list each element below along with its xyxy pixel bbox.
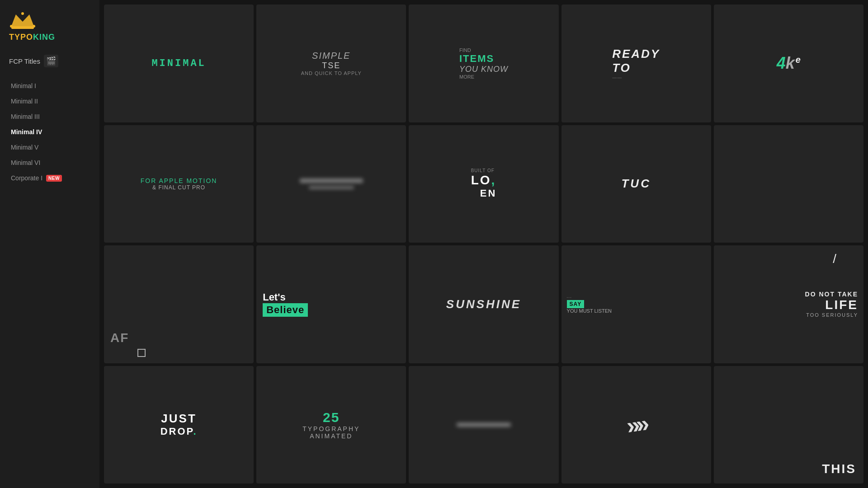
animated-text: ANIMATED	[310, 432, 353, 440]
small-box	[137, 349, 146, 357]
sidebar-item-label: Minimal III	[11, 113, 40, 120]
apple-line2: & FINAL CUT PRO	[141, 184, 217, 191]
sidebar-item-label: Corporate I	[11, 174, 42, 182]
tile-this[interactable]: THIS	[714, 366, 863, 484]
tile-sunshine[interactable]: SUNSHINE	[409, 245, 558, 363]
tile-say-you[interactable]: ··· SAY YOU MUST LISTEN	[561, 245, 711, 363]
svg-point-3	[21, 12, 24, 15]
say-green-bar: SAY	[567, 300, 585, 308]
more-text: MORE	[459, 74, 508, 80]
sidebar-item-minimal-3[interactable]: Minimal III	[9, 111, 90, 122]
4k-text: 4ke	[777, 54, 801, 73]
tile-blur2[interactable]	[409, 366, 558, 484]
find-text: FIND	[459, 47, 508, 53]
sidebar-item-corporate-1[interactable]: Corporate I NEW	[9, 172, 90, 184]
drop-dot: .	[193, 426, 197, 437]
svg-point-4	[33, 25, 35, 28]
arrows-text: »»	[625, 410, 647, 439]
sidebar-item-label: Minimal IV	[11, 128, 42, 136]
tile-minimal[interactable]: MINIMAL	[104, 5, 254, 122]
fcp-titles-label: FCP Titles	[9, 57, 40, 65]
fcp-icon: 🎬	[44, 55, 58, 67]
tile-just-drop[interactable]: JUST DROP.	[104, 366, 254, 484]
lo-en-content: BUILT OF LO, EN	[467, 164, 501, 204]
sidebar-item-label: Minimal I	[11, 82, 36, 89]
tuc-text: TUC	[621, 177, 651, 191]
tile-blur[interactable]	[256, 125, 406, 243]
tile-apple-motion[interactable]: FOR APPLE MOTION & FINAL CUT PRO	[104, 125, 254, 243]
blur-bar-2	[309, 186, 354, 189]
built-text: BUILT OF	[471, 168, 497, 173]
sidebar-item-label: Minimal VI	[11, 159, 40, 166]
slash-icon: /	[833, 252, 836, 266]
svg-point-2	[10, 25, 13, 28]
lets-text: Let's	[263, 291, 285, 303]
tile-lo-en[interactable]: BUILT OF LO, EN	[409, 125, 558, 243]
simple-tse-content: SIMPLE TSE AND QUICK TO APPLY	[301, 51, 362, 76]
just-text: JUST	[161, 412, 196, 426]
logo-text: TYPOKING	[9, 33, 55, 42]
you-must-text: YOU MUST LISTEN	[567, 308, 612, 314]
say-text: ···	[567, 295, 572, 300]
sunshine-text: SUNSHINE	[446, 297, 521, 311]
believe-text: Believe	[263, 303, 308, 317]
do-not-text: DO NOT TAKE	[805, 291, 858, 298]
blur-content	[300, 178, 363, 189]
simple-line1: SIMPLE	[301, 51, 362, 61]
blur2-line	[457, 423, 511, 427]
sidebar-item-minimal-5[interactable]: Minimal V	[9, 141, 90, 153]
lo-text: LO,	[471, 173, 497, 188]
logo-area: TYPOKING	[9, 9, 90, 42]
ready-content: READY TO ——	[605, 40, 667, 87]
too-seriously-text: TOO SERIOUSLY	[806, 312, 858, 318]
apple-motion-content: FOR APPLE MOTION & FINAL CUT PRO	[141, 177, 217, 191]
tile-4k[interactable]: 4ke	[714, 5, 863, 122]
simple-line3: AND QUICK TO APPLY	[301, 70, 362, 76]
apple-line1: FOR APPLE MOTION	[141, 177, 217, 184]
ready-text: READY	[612, 47, 660, 61]
sidebar-item-minimal-4[interactable]: Minimal IV	[9, 126, 90, 138]
life-text: LIFE	[825, 298, 858, 312]
af-text: AF	[110, 331, 129, 345]
minimal-text: MINIMAL	[151, 58, 206, 69]
svg-rect-1	[11, 26, 34, 29]
sidebar-item-minimal-2[interactable]: Minimal II	[9, 95, 90, 107]
do-not-take-content: / DO NOT TAKE LIFE TOO SERIOUSLY	[714, 245, 863, 363]
sidebar-item-minimal-1[interactable]: Minimal I	[9, 80, 90, 92]
af-content: AF	[104, 245, 254, 363]
sidebar-item-minimal-6[interactable]: Minimal VI	[9, 157, 90, 169]
new-badge: NEW	[46, 175, 62, 182]
tile-items[interactable]: FIND ITEMS YOU KNOW MORE	[409, 5, 558, 122]
tile-ready[interactable]: READY TO ——	[561, 5, 711, 122]
blur2-content	[409, 366, 558, 484]
sidebar-item-label: Minimal V	[11, 144, 38, 151]
tile-empty-1[interactable]	[714, 125, 863, 243]
main-grid: MINIMAL SIMPLE TSE AND QUICK TO APPLY FI…	[99, 0, 868, 488]
simple-line2: TSE	[301, 61, 362, 70]
tile-lets-believe[interactable]: Let's Believe	[256, 245, 406, 363]
tile-do-not-take[interactable]: / DO NOT TAKE LIFE TOO SERIOUSLY	[714, 245, 863, 363]
sidebar: TYPOKING FCP Titles 🎬 Minimal I Minimal …	[0, 0, 99, 488]
sidebar-item-label: Minimal II	[11, 98, 38, 105]
say-you-content: ··· SAY YOU MUST LISTEN	[561, 245, 711, 363]
tile-arrows[interactable]: »»	[561, 366, 711, 484]
crown-icon	[9, 9, 36, 31]
blur-bar-1	[300, 178, 363, 183]
items-content: FIND ITEMS YOU KNOW MORE	[454, 42, 514, 85]
tile-simple-tse[interactable]: SIMPLE TSE AND QUICK TO APPLY	[256, 5, 406, 122]
tile-25-typo[interactable]: 25 TYPOGRAPHY ANIMATED	[256, 366, 406, 484]
en-text: EN	[480, 188, 497, 199]
num25-text: 25	[323, 410, 340, 425]
this-text: THIS	[822, 462, 856, 476]
items-text: ITEMS	[459, 53, 508, 65]
typography-text: TYPOGRAPHY	[302, 425, 360, 432]
tile-tuc[interactable]: TUC	[561, 125, 711, 243]
to-text: TO	[612, 61, 660, 75]
arrows-content: »»	[561, 366, 711, 484]
svg-marker-0	[11, 14, 34, 26]
drop-text: DROP.	[160, 426, 198, 437]
fcp-titles-row[interactable]: FCP Titles 🎬	[9, 55, 90, 67]
ready-sub: ——	[612, 75, 660, 80]
youknow-text: YOU KNOW	[459, 65, 508, 74]
tile-af[interactable]: AF	[104, 245, 254, 363]
